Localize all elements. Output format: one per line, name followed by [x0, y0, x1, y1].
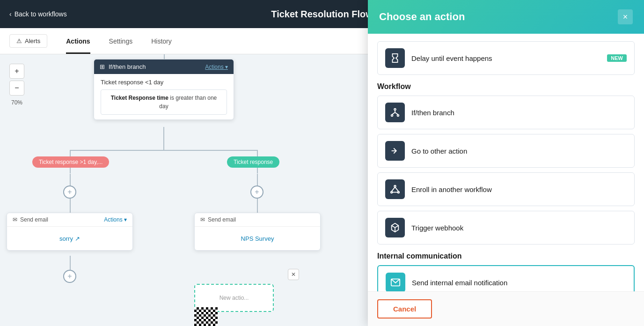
zoom-in-button[interactable]: +	[9, 64, 24, 79]
zoom-level: 70%	[9, 99, 24, 106]
delay-item-label: Delay until event happens	[411, 54, 492, 62]
network-icon	[390, 184, 400, 194]
close-icon: ×	[623, 12, 628, 22]
email-link-right[interactable]: NPS Survey	[241, 235, 274, 242]
branch-label: If/then branch	[109, 63, 146, 70]
tab-settings[interactable]: Settings	[109, 28, 133, 54]
workflow-canvas-area: + − 70% ⊞ If/then branch A	[0, 54, 370, 326]
email-node-body-left: sorry ↗	[7, 227, 132, 250]
zoom-out-button[interactable]: −	[9, 81, 24, 96]
svg-line-15	[392, 225, 395, 228]
cancel-button[interactable]: Cancel	[377, 299, 432, 319]
envelope-icon	[390, 277, 401, 288]
email-notif-label: Send internal email notification	[412, 279, 507, 287]
email-icon-left: ✉	[13, 216, 17, 223]
enroll-icon-box	[385, 179, 405, 199]
email-action-node-left: ✉ Send email Actions ▾ sorry ↗	[7, 213, 133, 251]
webhook-label: Trigger webhook	[411, 224, 463, 232]
email-node-body-right: NPS Survey	[195, 227, 320, 250]
if-then-icon-box	[385, 103, 405, 122]
branch-node-body: Ticket response <1 day Ticket Response t…	[94, 74, 234, 119]
connector-line	[164, 54, 165, 59]
panel-close-button[interactable]: ×	[618, 9, 633, 24]
svg-line-4	[392, 112, 395, 115]
branch-icon	[390, 107, 400, 118]
chevron-left-icon: ‹	[9, 10, 12, 18]
checker-thumbnail	[194, 307, 218, 326]
alerts-label: Alerts	[25, 37, 40, 44]
action-item-enroll[interactable]: Enroll in another workflow	[377, 172, 635, 206]
branch-actions-link[interactable]: Actions ▾	[205, 64, 228, 70]
svg-point-7	[394, 185, 396, 187]
branch-node: ⊞ If/then branch Actions ▾ Ticket respon…	[94, 59, 234, 120]
email-actions-link-left[interactable]: Actions ▾	[104, 216, 127, 223]
main-content: + − 70% ⊞ If/then branch A	[0, 54, 644, 326]
delay-icon-box	[385, 48, 405, 68]
panel-footer: Cancel	[368, 291, 644, 326]
app-wrapper: ‹ Back to workflows Ticket Resolution Fl…	[0, 0, 644, 326]
back-to-workflows-link[interactable]: ‹ Back to workflows	[9, 10, 67, 18]
internal-section-heading: Internal communication	[377, 252, 635, 260]
connector-h-1	[70, 150, 257, 151]
add-below-left-button[interactable]: +	[63, 270, 76, 283]
go-to-label: Go to other action	[411, 147, 467, 155]
external-link-icon: ↗	[75, 235, 80, 242]
svg-line-10	[392, 187, 395, 191]
email-action-node-right: ✉ Send email NPS Survey	[194, 213, 321, 251]
connector-v-1	[163, 127, 164, 150]
workflow-section-heading: Workflow	[377, 82, 635, 91]
connector-v-6	[70, 199, 71, 213]
email-node-header-left: ✉ Send email Actions ▾	[7, 213, 132, 227]
new-badge: NEW	[607, 54, 627, 62]
svg-point-2	[397, 115, 399, 117]
action-item-webhook[interactable]: Trigger webhook	[377, 211, 635, 244]
panel-body: Delay until event happens NEW Workflow I…	[368, 34, 644, 291]
email-node-header-right: ✉ Send email	[195, 213, 320, 227]
branch-condition-box: Ticket Response time is greater than one…	[101, 89, 227, 115]
action-item-if-then[interactable]: If/then branch	[377, 96, 635, 129]
svg-point-1	[391, 115, 393, 117]
tab-actions[interactable]: Actions	[66, 28, 90, 54]
action-item-delay[interactable]: Delay until event happens NEW	[377, 41, 635, 75]
branch-icon: ⊞	[100, 63, 105, 70]
email-node-label-right: Send email	[208, 216, 236, 223]
panel-header: Choose an action ×	[368, 0, 644, 34]
action-item-email-notif[interactable]: Send internal email notification	[377, 265, 635, 291]
email-icon-right: ✉	[200, 216, 205, 223]
branch-condition-label: Ticket response <1 day	[101, 79, 227, 86]
svg-line-11	[395, 187, 398, 191]
page-title: Ticket Resolution Flow	[271, 9, 373, 20]
if-then-label: If/then branch	[411, 109, 454, 117]
close-x-button[interactable]: ✕	[288, 269, 299, 280]
email-notif-icon-box	[386, 273, 405, 291]
go-to-icon-box	[385, 141, 405, 161]
choose-action-panel: Choose an action × Delay until event hap…	[368, 0, 644, 326]
connector-v-8	[70, 256, 71, 270]
zoom-controls: + − 70%	[9, 64, 24, 106]
back-label: Back to workflows	[15, 10, 67, 18]
branch-chip-teal: Ticket response	[227, 156, 279, 168]
action-item-go-to[interactable]: Go to other action	[377, 134, 635, 168]
add-left-action-button[interactable]: +	[63, 185, 76, 199]
branch-node-header: ⊞ If/then branch Actions ▾	[94, 59, 234, 74]
new-action-text: New actio...	[220, 295, 249, 301]
minus-icon: −	[15, 84, 19, 92]
plus-icon: +	[15, 67, 19, 75]
webhook-icon-box	[385, 218, 405, 237]
connector-v-7	[257, 199, 258, 213]
email-node-label-left: Send email	[20, 216, 48, 223]
enroll-label: Enroll in another workflow	[411, 185, 492, 193]
svg-line-14	[395, 225, 398, 228]
go-to-icon	[390, 146, 400, 156]
tab-history[interactable]: History	[151, 28, 172, 54]
hourglass-icon	[390, 53, 400, 63]
branch-chip-red: Ticket response >1 day,...	[32, 156, 109, 168]
svg-point-0	[394, 109, 396, 111]
alert-icon: ⚠	[16, 37, 22, 44]
panel-title: Choose an action	[379, 11, 465, 23]
cube-icon	[390, 222, 400, 233]
email-link-left[interactable]: sorry ↗	[59, 235, 80, 242]
add-right-action-button[interactable]: +	[250, 185, 263, 199]
workflow-canvas: ⊞ If/then branch Actions ▾ Ticket respon…	[0, 54, 370, 326]
alerts-button[interactable]: ⚠ Alerts	[9, 34, 47, 48]
